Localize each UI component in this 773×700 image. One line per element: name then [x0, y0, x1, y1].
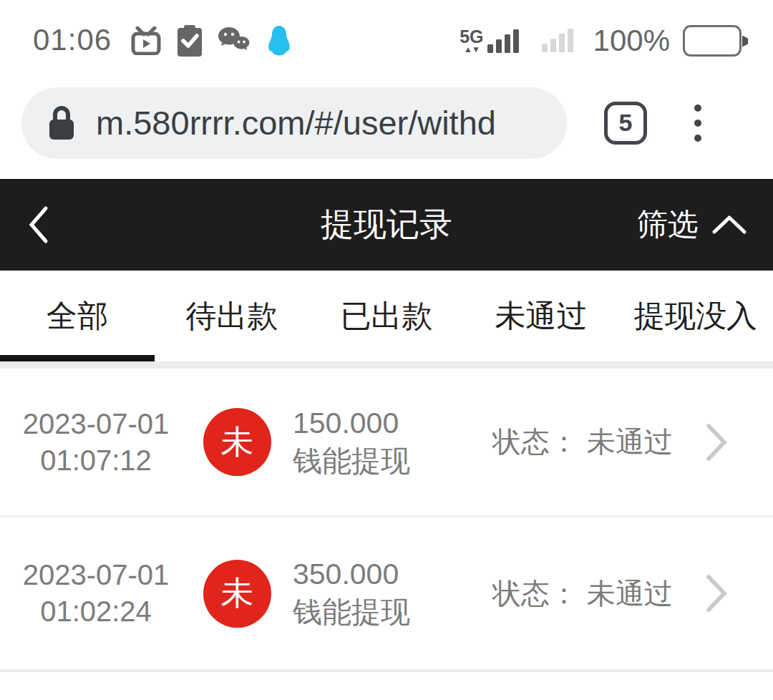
- record-time: 01:02:24: [0, 593, 192, 630]
- withdrawal-record-row[interactable]: 2023-07-01 01:02:24 未 350.000 钱能提现 状态： 未…: [0, 517, 773, 669]
- page-bottom-spacer: [0, 672, 773, 700]
- record-method: 钱能提现: [293, 442, 410, 480]
- browser-toolbar: m.580rrrr.com/#/user/withd 5: [0, 75, 773, 179]
- signal-secondary-icon: [542, 29, 573, 52]
- record-datetime: 2023-07-01 01:07:12: [0, 406, 192, 479]
- status-label: 状态：: [492, 574, 578, 613]
- status-value: 未通过: [587, 422, 673, 462]
- tab-paid-out[interactable]: 已出款: [309, 271, 464, 361]
- status-bar: 01:06: [0, 0, 773, 75]
- tab-rejected[interactable]: 未通过: [464, 271, 618, 361]
- filter-tabs: 全部 待出款 已出款 未通过 提现没入: [0, 271, 773, 361]
- record-date: 2023-07-01: [0, 406, 192, 442]
- record-date: 2023-07-01: [0, 557, 192, 593]
- browser-menu-button[interactable]: [694, 104, 701, 142]
- tab-switcher-button[interactable]: 5: [604, 102, 647, 145]
- status-label: 状态：: [492, 422, 578, 462]
- clock-time: 01:06: [33, 23, 112, 57]
- chevron-right-icon[interactable]: [704, 573, 729, 614]
- tab-all[interactable]: 全部: [0, 271, 155, 361]
- lock-icon: [47, 105, 76, 141]
- withdrawal-record-row[interactable]: 2023-07-01 01:07:12 未 150.000 钱能提现 状态： 未…: [0, 369, 773, 515]
- filter-button[interactable]: 筛选: [637, 204, 749, 246]
- tab-withdraw-not-received[interactable]: 提现没入: [618, 271, 773, 361]
- url-text[interactable]: m.580rrrr.com/#/user/withd: [96, 103, 496, 142]
- signal-bars-icon: [487, 29, 519, 53]
- chevron-right-icon[interactable]: [704, 422, 729, 463]
- record-status: 状态： 未通过: [492, 574, 673, 613]
- status-value: 未通过: [587, 574, 673, 613]
- record-amount: 150.000: [293, 404, 410, 442]
- network-type-label: 5G: [460, 28, 483, 46]
- record-amount: 350.000: [293, 555, 410, 593]
- record-time: 01:07:12: [0, 442, 192, 479]
- notification-icons: [130, 24, 293, 57]
- page-header: 提现记录 筛选: [0, 179, 773, 271]
- filter-label: 筛选: [637, 204, 699, 246]
- signal-primary: 5G ▲▼: [460, 28, 518, 53]
- battery-icon: [683, 25, 742, 57]
- status-right-cluster: 5G ▲▼ 100%: [460, 24, 742, 58]
- record-amount-method: 350.000 钱能提现: [293, 555, 410, 631]
- tv-icon: [130, 26, 162, 55]
- wechat-icon: [218, 26, 251, 55]
- record-method: 钱能提现: [293, 593, 410, 631]
- qq-icon: [265, 24, 293, 57]
- record-amount-method: 150.000 钱能提现: [293, 404, 410, 480]
- url-bar[interactable]: m.580rrrr.com/#/user/withd: [21, 87, 567, 159]
- chevron-up-icon: [710, 212, 749, 238]
- record-datetime: 2023-07-01 01:02:24: [0, 557, 192, 630]
- data-arrows-icon: ▲▼: [464, 46, 480, 53]
- clipboard-check-icon: [176, 25, 203, 57]
- tab-pending-payout[interactable]: 待出款: [155, 271, 309, 361]
- status-badge: 未: [203, 408, 271, 476]
- record-status: 状态： 未通过: [492, 422, 673, 462]
- status-badge: 未: [203, 560, 271, 628]
- battery-percent: 100%: [593, 24, 670, 58]
- tab-count-label: 5: [619, 109, 633, 137]
- tabs-separator: [0, 361, 773, 369]
